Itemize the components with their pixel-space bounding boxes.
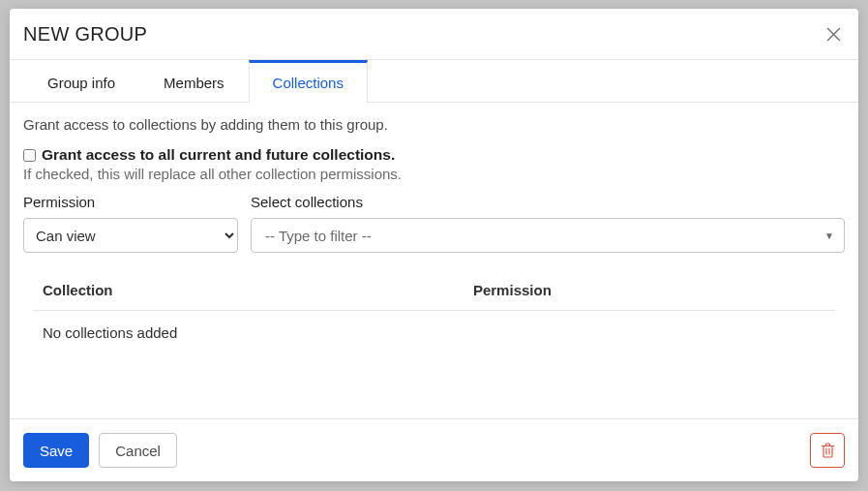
grant-all-help: If checked, this will replace all other … <box>23 166 845 182</box>
tab-members[interactable]: Members <box>139 60 249 103</box>
select-collections-input[interactable]: -- Type to filter -- ▼ <box>251 218 845 253</box>
cancel-button[interactable]: Cancel <box>99 433 177 468</box>
modal-body: Grant access to collections by adding th… <box>10 103 858 418</box>
permission-select[interactable]: Can view <box>23 218 238 253</box>
grant-all-row[interactable]: Grant access to all current and future c… <box>23 146 845 164</box>
modal-footer: Save Cancel <box>10 418 858 481</box>
form-row: Permission Can view Select collections -… <box>23 194 845 253</box>
close-button[interactable] <box>822 22 845 46</box>
permission-field: Permission Can view <box>23 194 238 253</box>
chevron-down-icon: ▼ <box>824 230 834 241</box>
save-button[interactable]: Save <box>23 433 89 468</box>
column-collection: Collection <box>43 282 473 298</box>
select-collections-field: Select collections -- Type to filter -- … <box>251 194 845 253</box>
trash-icon <box>821 443 835 458</box>
close-icon <box>826 27 841 42</box>
select-collections-label: Select collections <box>251 194 845 210</box>
permission-label: Permission <box>23 194 238 210</box>
collections-table: Collection Permission No collections add… <box>23 272 845 354</box>
grant-all-label: Grant access to all current and future c… <box>42 146 395 164</box>
intro-text: Grant access to collections by adding th… <box>23 116 845 133</box>
modal-title: NEW GROUP <box>23 23 147 46</box>
table-header: Collection Permission <box>33 272 835 311</box>
tab-bar: Group info Members Collections <box>10 60 858 103</box>
grant-all-checkbox[interactable] <box>23 149 36 162</box>
column-permission: Permission <box>473 282 825 298</box>
table-empty-state: No collections added <box>33 311 835 354</box>
new-group-modal: NEW GROUP Group info Members Collections… <box>10 9 858 481</box>
tab-group-info[interactable]: Group info <box>23 60 139 103</box>
tab-collections[interactable]: Collections <box>249 60 368 103</box>
modal-header: NEW GROUP <box>10 9 858 60</box>
delete-button[interactable] <box>810 433 845 468</box>
select-collections-placeholder: -- Type to filter -- <box>265 228 372 244</box>
